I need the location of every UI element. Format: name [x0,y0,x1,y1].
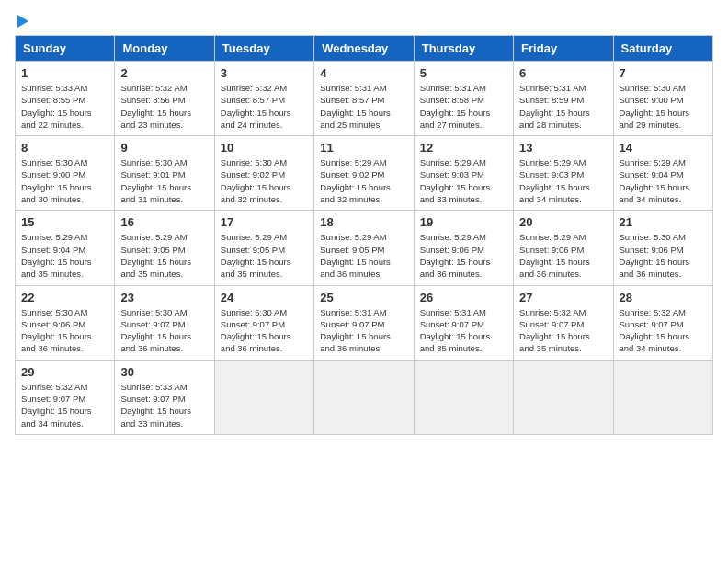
cell-line: Daylight: 15 hours [21,181,108,193]
cell-line: Sunrise: 5:31 AM [420,82,507,94]
cell-line: Sunrise: 5:30 AM [620,231,707,243]
cell-line: Sunrise: 5:33 AM [120,381,208,393]
cell-line: Daylight: 15 hours [221,107,308,119]
calendar-cell: 19Sunrise: 5:29 AMSunset: 9:06 PMDayligh… [414,211,513,285]
cell-line: Sunset: 8:58 PM [420,94,507,106]
cell-line: Sunrise: 5:31 AM [320,306,407,318]
day-number: 4 [320,66,407,80]
day-of-week-sunday: Sunday [16,36,115,62]
day-number: 29 [21,365,108,379]
cell-line: Daylight: 15 hours [420,330,507,342]
cell-line: and 35 minutes. [120,268,208,280]
day-number: 14 [620,141,707,155]
day-number: 6 [519,66,607,80]
calendar-week-1: 1Sunrise: 5:33 AMSunset: 8:55 PMDaylight… [16,62,713,136]
cell-line: Sunrise: 5:29 AM [320,156,407,168]
cell-line: Sunrise: 5:29 AM [21,231,108,243]
cell-line: Sunrise: 5:32 AM [620,306,707,318]
cell-line: Sunset: 9:06 PM [519,244,607,256]
calendar-cell: 11Sunrise: 5:29 AMSunset: 9:02 PMDayligh… [314,136,414,211]
calendar-week-5: 29Sunrise: 5:32 AMSunset: 9:07 PMDayligh… [16,360,713,434]
calendar-cell: 26Sunrise: 5:31 AMSunset: 9:07 PMDayligh… [414,285,513,360]
cell-line: Sunrise: 5:31 AM [519,82,607,94]
calendar-cell: 13Sunrise: 5:29 AMSunset: 9:03 PMDayligh… [514,136,613,211]
cell-line: and 32 minutes. [320,193,407,205]
cell-line: Sunset: 8:56 PM [120,94,208,106]
cell-line: Daylight: 15 hours [221,256,308,268]
logo-arrow-icon [17,15,28,28]
cell-line: Daylight: 15 hours [21,107,108,119]
cell-line: and 22 minutes. [21,119,108,131]
cell-line: and 24 minutes. [221,119,308,131]
cell-line: and 35 minutes. [420,342,507,354]
day-number: 10 [221,141,308,155]
cell-line: Sunrise: 5:32 AM [120,82,208,94]
cell-line: Sunset: 9:07 PM [120,393,208,405]
cell-line: Sunrise: 5:29 AM [420,156,507,168]
cell-line: Sunset: 9:01 PM [120,168,208,180]
calendar-cell: 18Sunrise: 5:29 AMSunset: 9:05 PMDayligh… [314,211,414,285]
calendar-cell: 21Sunrise: 5:30 AMSunset: 9:06 PMDayligh… [613,211,712,285]
calendar-week-2: 8Sunrise: 5:30 AMSunset: 9:00 PMDaylight… [16,136,713,211]
header [15,15,713,28]
cell-line: Sunrise: 5:30 AM [221,156,308,168]
calendar-cell: 22Sunrise: 5:30 AMSunset: 9:06 PMDayligh… [16,285,115,360]
calendar-cell: 29Sunrise: 5:32 AMSunset: 9:07 PMDayligh… [16,360,115,434]
cell-line: Sunrise: 5:30 AM [120,156,208,168]
day-number: 26 [420,291,507,304]
cell-line: Daylight: 15 hours [519,330,607,342]
logo [15,15,28,28]
cell-line: Sunset: 8:59 PM [519,94,607,106]
cell-line: Daylight: 15 hours [620,181,707,193]
calendar-cell: 25Sunrise: 5:31 AMSunset: 9:07 PMDayligh… [314,285,414,360]
day-number: 19 [420,215,507,229]
day-number: 16 [120,215,208,229]
day-of-week-monday: Monday [115,36,214,62]
cell-line: Daylight: 15 hours [120,107,208,119]
cell-line: and 34 minutes. [620,193,707,205]
cell-line: Sunrise: 5:31 AM [320,82,407,94]
cell-line: Sunset: 9:07 PM [420,318,507,330]
cell-line: Daylight: 15 hours [620,330,707,342]
day-number: 8 [21,141,108,155]
calendar-cell: 23Sunrise: 5:30 AMSunset: 9:07 PMDayligh… [115,285,214,360]
cell-line: Daylight: 15 hours [320,107,407,119]
day-number: 30 [120,365,208,379]
cell-line: and 33 minutes. [120,418,208,430]
cell-line: Sunset: 9:05 PM [320,244,407,256]
day-number: 9 [120,141,208,155]
calendar-cell: 30Sunrise: 5:33 AMSunset: 9:07 PMDayligh… [115,360,214,434]
cell-line: Sunrise: 5:30 AM [21,156,108,168]
cell-line: Sunset: 9:07 PM [320,318,407,330]
cell-line: and 35 minutes. [221,268,308,280]
cell-line: Daylight: 15 hours [519,256,607,268]
calendar-cell: 4Sunrise: 5:31 AMSunset: 8:57 PMDaylight… [314,62,414,136]
calendar-cell: 3Sunrise: 5:32 AMSunset: 8:57 PMDaylight… [214,62,313,136]
day-number: 7 [620,66,707,80]
day-number: 18 [320,215,407,229]
cell-line: and 36 minutes. [519,268,607,280]
cell-line: and 29 minutes. [620,119,707,131]
cell-line: Daylight: 15 hours [420,181,507,193]
calendar-week-3: 15Sunrise: 5:29 AMSunset: 9:04 PMDayligh… [16,211,713,285]
cell-line: Daylight: 15 hours [519,107,607,119]
cell-line: Sunrise: 5:30 AM [620,82,707,94]
cell-line: Sunrise: 5:29 AM [519,156,607,168]
calendar-cell: 6Sunrise: 5:31 AMSunset: 8:59 PMDaylight… [514,62,613,136]
cell-line: and 28 minutes. [519,119,607,131]
day-number: 27 [519,291,607,304]
cell-line: Sunrise: 5:29 AM [420,231,507,243]
calendar-cell [314,360,414,434]
cell-line: Daylight: 15 hours [120,256,208,268]
day-of-week-friday: Friday [514,36,613,62]
cell-line: and 35 minutes. [21,268,108,280]
day-number: 11 [320,141,407,155]
calendar-cell: 5Sunrise: 5:31 AMSunset: 8:58 PMDaylight… [414,62,513,136]
cell-line: Sunset: 9:05 PM [221,244,308,256]
calendar-cell: 28Sunrise: 5:32 AMSunset: 9:07 PMDayligh… [613,285,712,360]
cell-line: Sunset: 9:07 PM [221,318,308,330]
cell-line: Daylight: 15 hours [420,256,507,268]
cell-line: Sunrise: 5:30 AM [120,306,208,318]
day-number: 22 [21,291,108,304]
calendar-cell: 1Sunrise: 5:33 AMSunset: 8:55 PMDaylight… [16,62,115,136]
